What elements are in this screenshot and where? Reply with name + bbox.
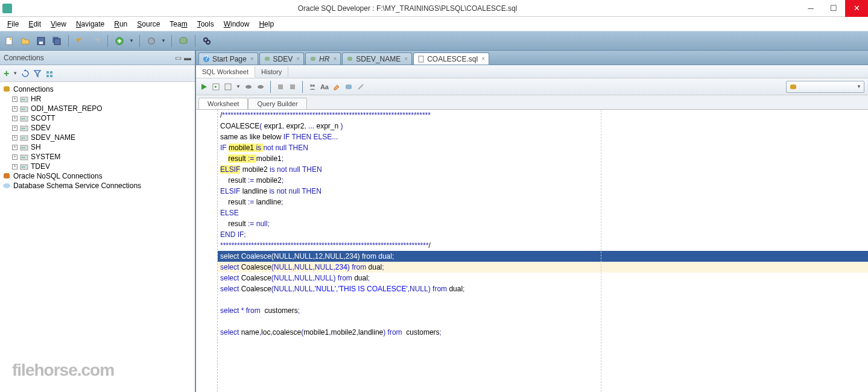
svg-rect-13 xyxy=(50,75,52,77)
close-tab-icon[interactable]: × xyxy=(250,55,254,62)
run-icon[interactable] xyxy=(200,83,208,91)
tree-item[interactable]: +SCOTT xyxy=(2,113,192,123)
svg-point-50 xyxy=(258,85,264,89)
new-icon[interactable] xyxy=(4,35,16,47)
nav-icon[interactable] xyxy=(145,35,157,47)
svg-point-25 xyxy=(22,128,23,129)
filter-icon[interactable] xyxy=(33,69,42,78)
tree-root-connections[interactable]: Connections xyxy=(2,84,192,94)
maximize-button[interactable]: ☐ xyxy=(822,0,845,17)
doc-tab[interactable]: SDEV_NAME× xyxy=(342,52,412,65)
panel-title: Connections xyxy=(4,54,44,62)
menu-file[interactable]: File xyxy=(2,18,24,30)
svg-rect-46 xyxy=(419,56,423,62)
menu-source[interactable]: Source xyxy=(132,18,165,30)
menu-run[interactable]: Run xyxy=(109,18,132,30)
svg-point-26 xyxy=(24,128,25,129)
svg-point-19 xyxy=(22,109,23,110)
svg-point-28 xyxy=(22,138,23,139)
save-all-icon[interactable] xyxy=(51,35,63,47)
menu-help[interactable]: Help xyxy=(254,18,279,30)
svg-point-9 xyxy=(206,40,210,44)
menu-navigate[interactable]: Navigate xyxy=(71,18,109,30)
tree-nosql[interactable]: Oracle NoSQL Connections xyxy=(2,171,192,181)
connection-selector[interactable]: ▼ xyxy=(786,81,864,93)
close-button[interactable]: ✕ xyxy=(845,0,868,17)
users-icon[interactable] xyxy=(308,83,317,91)
open-icon[interactable] xyxy=(19,35,31,47)
tree-item[interactable]: +SDEV xyxy=(2,123,192,133)
menu-view[interactable]: View xyxy=(46,18,71,30)
tool3-icon[interactable] xyxy=(356,83,365,91)
doc-tab[interactable]: HR× xyxy=(305,52,341,65)
tree-dbschema[interactable]: Database Schema Service Connections xyxy=(2,181,192,191)
connect-icon[interactable] xyxy=(113,35,125,47)
doc-tab[interactable]: ?Start Page× xyxy=(198,52,258,65)
new-connection-icon[interactable]: + xyxy=(4,68,9,79)
minimize-button[interactable]: ─ xyxy=(799,0,822,17)
sql-icon[interactable] xyxy=(177,35,189,47)
ws-tab-sql[interactable]: SQL Worksheet xyxy=(196,66,255,78)
commit-icon[interactable] xyxy=(244,83,253,91)
connections-tree[interactable]: Connections +HR+ODI_MASTER_REPO+SCOTT+SD… xyxy=(0,82,195,392)
worksheet-toolbar: ▼ Aa ▼ xyxy=(196,78,868,95)
save-icon[interactable] xyxy=(35,35,47,47)
tree-item[interactable]: +SDEV_NAME xyxy=(2,133,192,142)
sheet-tab-query[interactable]: Query Builder xyxy=(248,98,306,109)
code-editor[interactable]: /***************************************… xyxy=(196,110,868,392)
svg-rect-11 xyxy=(50,71,52,74)
rollback-icon[interactable] xyxy=(256,83,265,91)
doc-tab[interactable]: SDEV× xyxy=(259,52,305,65)
connections-panel: Connections ▭▬ + ▼ Connections +HR+ODI_M… xyxy=(0,51,196,392)
menu-tools[interactable]: Tools xyxy=(192,18,219,30)
svg-point-54 xyxy=(312,84,315,87)
app-icon xyxy=(2,4,12,13)
minimize-panel-icon[interactable]: ▬ xyxy=(184,54,191,62)
titlebar: Oracle SQL Developer : F:\MY_TRAININGS\P… xyxy=(0,0,868,17)
db-tool-icon[interactable] xyxy=(344,83,353,91)
close-tab-icon[interactable]: × xyxy=(481,55,485,62)
menu-edit[interactable]: Edit xyxy=(24,18,46,30)
svg-point-37 xyxy=(22,166,23,168)
svg-rect-52 xyxy=(290,84,295,89)
tree-item[interactable]: +SH xyxy=(2,142,192,152)
tree-item[interactable]: +ODI_MASTER_REPO xyxy=(2,104,192,113)
svg-point-34 xyxy=(22,157,23,158)
tree-item[interactable]: +TDEV xyxy=(2,162,192,171)
svg-rect-10 xyxy=(46,71,49,74)
ws-tab-history[interactable]: History xyxy=(255,66,288,77)
erase-icon[interactable] xyxy=(332,83,341,91)
window-title: Oracle SQL Developer : F:\MY_TRAININGS\P… xyxy=(16,4,799,13)
redo-icon[interactable] xyxy=(90,35,102,47)
refresh-icon[interactable] xyxy=(21,69,30,78)
menu-team[interactable]: Team xyxy=(165,18,192,30)
tool1-icon[interactable] xyxy=(276,83,285,91)
svg-point-22 xyxy=(22,118,23,119)
tree-item[interactable]: +SYSTEM xyxy=(2,152,192,162)
svg-rect-0 xyxy=(6,37,12,45)
doc-tab[interactable]: COALESCE.sql× xyxy=(413,52,489,65)
close-tab-icon[interactable]: × xyxy=(404,55,408,62)
close-tab-icon[interactable]: × xyxy=(296,55,300,62)
svg-rect-2 xyxy=(39,42,43,44)
menu-window[interactable]: Window xyxy=(219,18,255,30)
undo-icon[interactable] xyxy=(74,35,86,47)
document-tabs: ?Start Page×SDEV×HR×SDEV_NAME×COALESCE.s… xyxy=(196,51,868,65)
close-tab-icon[interactable]: × xyxy=(333,55,337,62)
expand-icon[interactable] xyxy=(45,69,54,78)
svg-point-20 xyxy=(24,109,25,110)
tool2-icon[interactable] xyxy=(288,83,297,91)
run-script-icon[interactable] xyxy=(212,83,220,91)
svg-point-40 xyxy=(3,183,10,188)
stack-icon[interactable]: ▭ xyxy=(175,54,182,62)
explain-icon[interactable] xyxy=(224,83,232,91)
svg-rect-51 xyxy=(278,84,283,89)
main-toolbar: ▼ ▼ xyxy=(0,31,868,51)
find-icon[interactable] xyxy=(201,35,213,47)
sheet-tab-worksheet[interactable]: Worksheet xyxy=(198,98,248,109)
svg-text:?: ? xyxy=(204,55,209,63)
case-icon[interactable]: Aa xyxy=(320,83,329,90)
tree-item[interactable]: +HR xyxy=(2,94,192,104)
svg-rect-4 xyxy=(54,39,60,45)
svg-point-16 xyxy=(22,99,23,100)
